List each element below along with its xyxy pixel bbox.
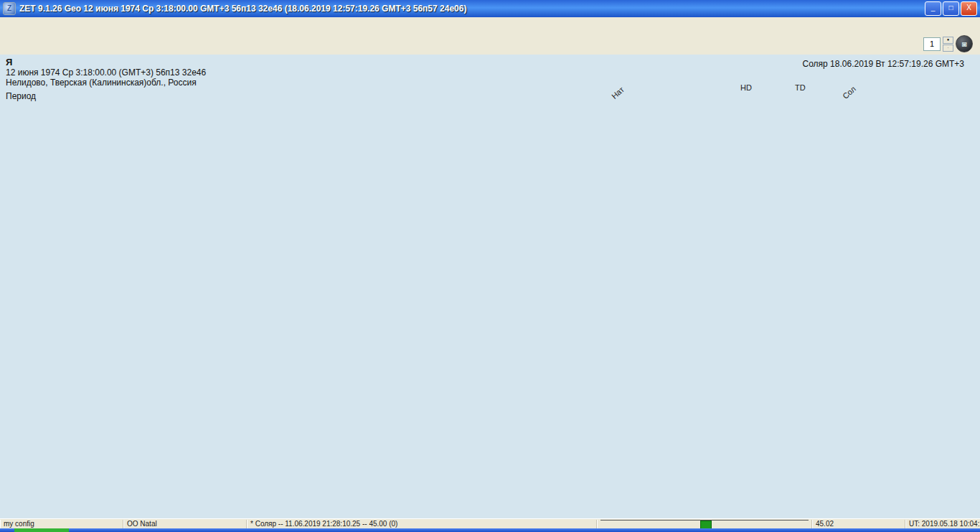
main-area: Я 12 июня 1974 Ср 3:18:00.00 (GMT+3) 56п… [0, 55, 980, 518]
chart-statistics [821, 454, 980, 515]
app-icon: Z [3, 2, 16, 15]
period-label: Период [6, 91, 36, 101]
status-progress[interactable] [597, 520, 812, 528]
column-natal: Нат [610, 85, 626, 101]
counter-up-button[interactable]: ● [943, 37, 953, 44]
minimize-button[interactable]: _ [925, 1, 941, 16]
status-chart-type[interactable]: OO Natal [123, 520, 247, 528]
column-td: TD [795, 83, 806, 92]
status-ut-time: UT: 2019.05.18 10:04:27 [905, 520, 980, 528]
right-panel: Соляр 18.06.2019 Вт 12:57:19.26 GMT+3 На… [531, 55, 980, 518]
status-bar: my config OO Natal * Соляр -- 11.06.2019… [0, 518, 980, 529]
menu-bar [0, 17, 980, 34]
column-hd: HD [740, 83, 752, 92]
column-solar: Сол [841, 85, 857, 101]
status-event[interactable]: * Соляр -- 11.06.2019 21:28:10.25 -- 45.… [247, 520, 597, 528]
taskbar-sliver [0, 528, 980, 532]
chart-counter-input[interactable]: 1 [923, 37, 941, 51]
progress-indicator [700, 521, 712, 528]
window-title: ZET 9.1.26 Geo 12 июня 1974 Ср 3:18:00.0… [19, 4, 466, 14]
chart-datetime: 12 июня 1974 Ср 3:18:00.00 (GMT+3) 56п13… [6, 67, 206, 78]
record-button[interactable]: ◙ [956, 35, 973, 52]
maximize-button[interactable]: □ [943, 1, 959, 16]
chart-place: Нелидово, Тверская (Калининская)обл., Ро… [6, 78, 206, 88]
status-progress-value: 45.02 [812, 520, 905, 528]
taskbar-indicator [14, 528, 69, 532]
toolbar: 1 ● · ◙ [0, 33, 980, 55]
status-config[interactable]: my config [0, 520, 123, 528]
chart-name: Я [6, 57, 206, 67]
counter-down-button[interactable]: · [943, 45, 953, 52]
close-button[interactable]: X [961, 1, 977, 16]
solar-header: Соляр 18.06.2019 Вт 12:57:19.26 GMT+3 [803, 59, 964, 69]
chart-info: Я 12 июня 1974 Ср 3:18:00.00 (GMT+3) 56п… [6, 57, 206, 101]
title-bar: Z ZET 9.1.26 Geo 12 июня 1974 Ср 3:18:00… [0, 0, 980, 17]
chart-wheel[interactable] [0, 55, 502, 518]
